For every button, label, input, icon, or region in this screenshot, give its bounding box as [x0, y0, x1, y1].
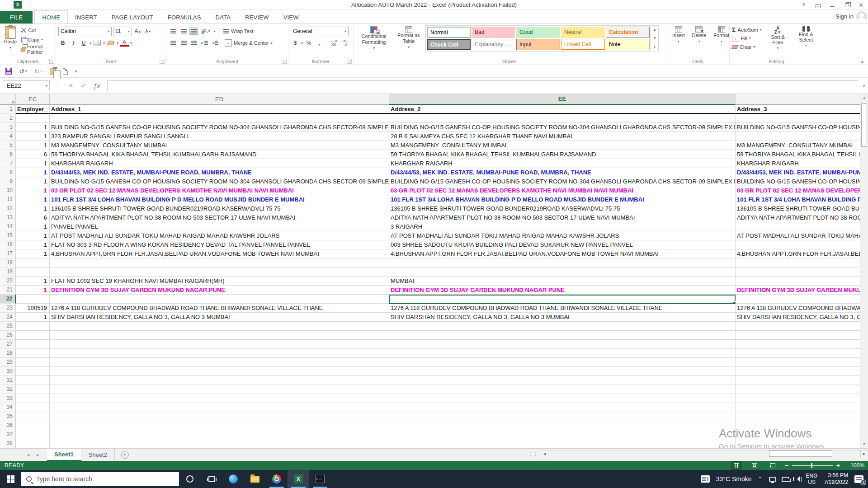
cell[interactable]	[389, 358, 736, 367]
cell[interactable]	[736, 258, 860, 267]
cell[interactable]: 6	[16, 150, 50, 159]
insert-function-icon[interactable]: ƒx	[90, 82, 104, 89]
cell[interactable]: AT POST MADHALI ALI SUNDAR TOKIJ MAHAD R…	[389, 231, 736, 240]
new-sheet-icon[interactable]: +	[121, 451, 129, 459]
cell[interactable]: Employer_	[16, 105, 50, 114]
cell[interactable]	[389, 322, 736, 331]
cell[interactable]	[16, 376, 50, 385]
cell[interactable]: SHIV DARSHAN RESIDENCY, GALLA NO 3, GALL…	[736, 313, 860, 322]
font-color-button[interactable]: A	[120, 39, 129, 47]
tab-insert[interactable]: INSERT	[68, 11, 104, 23]
cell[interactable]	[736, 367, 860, 376]
scroll-up-icon[interactable]: ▲	[860, 94, 868, 102]
cell[interactable]	[736, 385, 860, 394]
column-header-ec[interactable]: EC	[16, 94, 50, 105]
cell[interactable]	[389, 340, 736, 349]
cell[interactable]	[50, 258, 389, 267]
cell[interactable]: BUILDING NO-G/15 GANESH CO-OP HOUSING SO…	[389, 177, 736, 186]
page-layout-view-button[interactable]	[749, 461, 760, 470]
task-view-button[interactable]	[201, 470, 222, 488]
zoom-slider-thumb[interactable]	[811, 463, 812, 468]
row-number[interactable]: 38	[0, 439, 16, 448]
cell[interactable]	[16, 258, 50, 267]
cell[interactable]: 03 GR PLOT 02 SEC 12 MANAS DEVELOPERS KA…	[736, 186, 860, 195]
cell[interactable]	[736, 132, 860, 141]
news-widget-icon[interactable]	[701, 475, 710, 483]
cell[interactable]: 1	[16, 313, 50, 322]
wrap-text-button[interactable]: Wrap Text	[222, 27, 254, 36]
cell[interactable]	[50, 114, 389, 123]
cell[interactable]: 03 GR PLOT 02 SEC 12 MANAS DEVELOPERS KA…	[389, 186, 736, 195]
row-number[interactable]: 1	[0, 105, 16, 114]
bold-button[interactable]: B	[58, 38, 67, 47]
row-number[interactable]: 23	[0, 304, 16, 313]
cell[interactable]	[736, 349, 860, 358]
cell[interactable]: 1	[16, 231, 50, 240]
column-header-ed[interactable]: ED	[50, 94, 389, 105]
row-number[interactable]: 25	[0, 322, 16, 331]
qat-paste-button[interactable]	[50, 68, 56, 75]
cell[interactable]	[16, 358, 50, 367]
gallery-scroll-up-icon[interactable]: ▲	[651, 26, 658, 34]
edge-button[interactable]	[222, 470, 244, 488]
cell-style-neutral[interactable]: Neutral	[561, 27, 605, 38]
cell[interactable]: DEFINITION GYM 3D SUJAY GARDEN MUKUND NA…	[736, 286, 860, 295]
row-number[interactable]: 9	[0, 177, 16, 186]
cell[interactable]: 1	[16, 204, 50, 213]
top-align-button[interactable]	[169, 27, 178, 36]
cell[interactable]	[736, 277, 860, 286]
format-as-table-button[interactable]: Format as Table ▾	[395, 25, 423, 51]
cell[interactable]: 1276 A 118 GURUDEV COMPOUND BHADWAD ROAD	[736, 304, 860, 313]
row-number[interactable]: 10	[0, 186, 16, 195]
maximize-button[interactable]	[843, 2, 851, 9]
font-name-combobox[interactable]: Calibri▾	[58, 27, 112, 36]
row-number[interactable]: 4	[0, 132, 16, 141]
cell[interactable]: 003 SHREE SADGUTU KRUPA BUILDING PALI DE…	[389, 240, 736, 249]
cell[interactable]: 1	[16, 195, 50, 204]
cell[interactable]	[736, 412, 860, 421]
row-number[interactable]: 36	[0, 421, 16, 430]
cell[interactable]	[736, 222, 860, 231]
cell[interactable]	[50, 267, 389, 277]
row-number[interactable]: 20	[0, 277, 16, 286]
name-box[interactable]: EE22▾	[3, 80, 50, 91]
cell[interactable]: 03 GR PLOT 02 SEC 12 MANAS DEVELOPERS KA…	[50, 186, 389, 195]
row-number[interactable]: 27	[0, 340, 16, 349]
expand-formula-bar-icon[interactable]: ▾	[860, 84, 868, 88]
cell[interactable]	[16, 267, 50, 277]
autosum-button[interactable]: Σ AutoSum▾	[732, 25, 762, 34]
notification-center-icon[interactable]: 1	[854, 475, 863, 483]
cell[interactable]: 59 THORIYA BHAGAL KIKA BHAGAL TEHSIL KUM…	[389, 150, 736, 159]
weather-widget[interactable]: 33°C Smoke	[716, 475, 752, 483]
cell[interactable]	[736, 114, 860, 123]
number-format-combobox[interactable]: General▾	[291, 27, 349, 36]
previous-sheet-icon[interactable]: ◂	[27, 452, 29, 457]
shrink-font-button[interactable]: A▼	[144, 27, 153, 36]
row-number[interactable]: 5	[0, 141, 16, 150]
cell[interactable]	[16, 385, 50, 394]
cell-style-explanatory-[interactable]: Explanatory ...	[472, 39, 515, 50]
cell[interactable]: M3 MANGEMENY CONSULTANY MUMBAI	[736, 141, 860, 150]
cell[interactable]: BUILDING NO-G/15 GANESH CO-OP HOUSING SO…	[50, 177, 389, 186]
cell[interactable]: 1	[16, 222, 50, 231]
percent-style-button[interactable]: %	[304, 38, 313, 47]
tab-home[interactable]: HOME	[34, 10, 68, 23]
vertical-scroll-thumb[interactable]	[861, 103, 867, 147]
cell[interactable]: 1	[16, 249, 50, 258]
tab-review[interactable]: REVIEW	[238, 11, 276, 23]
cell[interactable]: BUILDING NO-G/15 GANESH CO-OP HOUSING SO…	[736, 177, 860, 186]
row-number[interactable]: 19	[0, 267, 16, 277]
increase-decimal-icon[interactable]: ←.0.00	[329, 38, 338, 47]
cell[interactable]: 6	[16, 213, 50, 222]
italic-button[interactable]: I	[69, 38, 78, 47]
cell[interactable]	[16, 412, 50, 421]
cell[interactable]: 4,BHUSHAN APPT,GRN FLOR FLR,JASAI,BELPAD…	[50, 249, 389, 258]
cell[interactable]: DEFINITION GYM 3D SUJAY GARDEN MUKUND NA…	[50, 286, 389, 295]
taskbar-search-box[interactable]: Type here to search	[21, 472, 179, 486]
cell[interactable]: Address_1	[50, 105, 389, 114]
comma-style-button[interactable]: ,	[315, 38, 324, 47]
column-header-ee[interactable]: EE	[389, 94, 736, 105]
column-header-ef[interactable]	[736, 94, 860, 105]
cell[interactable]: 1276 A 118 GURUDEV COMPOUND BHADWAD ROAD…	[50, 304, 389, 313]
cell[interactable]	[50, 295, 389, 304]
